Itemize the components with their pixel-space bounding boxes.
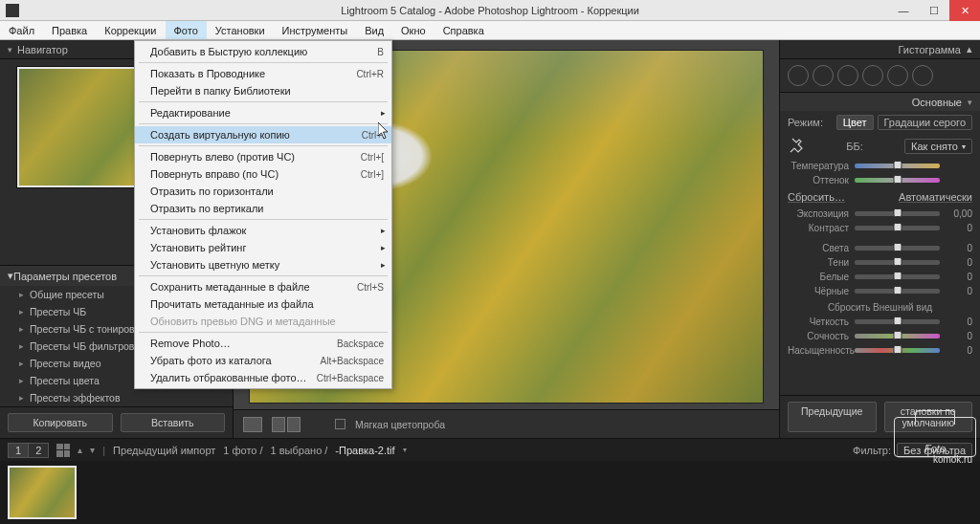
presets-title: Параметры пресетов bbox=[13, 271, 117, 282]
temp-label: Температура bbox=[788, 161, 849, 171]
menu-item[interactable]: Прочитать метаданные из файла bbox=[135, 295, 391, 313]
copy-button[interactable]: Копировать bbox=[8, 413, 113, 432]
window-titlebar: Lightroom 5 Catalog - Adobe Photoshop Li… bbox=[0, 0, 980, 21]
menu-file[interactable]: Файл bbox=[0, 21, 43, 39]
menu-settings[interactable]: Установки bbox=[207, 21, 274, 39]
loupe-view-button[interactable] bbox=[243, 417, 262, 432]
grad-filter-tool[interactable] bbox=[862, 65, 883, 86]
reset-tone-link[interactable]: Сбросить… bbox=[788, 191, 845, 203]
before-after-buttons[interactable] bbox=[272, 417, 301, 432]
filmstrip-thumbnail[interactable] bbox=[8, 466, 77, 519]
basic-title: Основные bbox=[912, 97, 962, 108]
status-bar: 12 ▴ ▾ | Предыдущий импорт 1 фото / 1 вы… bbox=[0, 438, 980, 461]
whites-slider[interactable] bbox=[855, 274, 940, 279]
contrast-slider[interactable] bbox=[855, 226, 940, 230]
wb-dropdown[interactable]: Как снято▾ bbox=[904, 139, 972, 154]
navigator-title: Навигатор bbox=[17, 44, 68, 55]
auto-tone-link[interactable]: Автоматически bbox=[899, 191, 972, 203]
breadcrumb-selected: 1 выбрано / bbox=[271, 445, 328, 456]
maximize-button[interactable]: ☐ bbox=[919, 0, 949, 21]
menu-item[interactable]: Повернуть вправо (по ЧС)Ctrl+] bbox=[135, 165, 391, 183]
blacks-slider[interactable] bbox=[855, 289, 940, 294]
menu-item[interactable]: Удалить отбракованные фото…Ctrl+Backspac… bbox=[135, 369, 391, 386]
exposure-slider[interactable] bbox=[855, 211, 940, 216]
menu-item: Обновить превью DNG и метаданные bbox=[135, 313, 391, 330]
basic-panel-head[interactable]: Основные▾ bbox=[780, 92, 980, 111]
filter-label: Фильтр: bbox=[853, 445, 891, 456]
tint-slider[interactable] bbox=[855, 178, 940, 183]
watermark-logo: Foto bbox=[894, 417, 976, 457]
tool-strip bbox=[780, 59, 980, 92]
menu-view[interactable]: Вид bbox=[356, 21, 392, 39]
shadows-slider[interactable] bbox=[855, 260, 940, 265]
sort-asc-icon[interactable]: ▴ bbox=[78, 445, 82, 455]
clarity-slider[interactable] bbox=[855, 319, 940, 324]
menu-bar: Файл Правка Коррекции Фото Установки Инс… bbox=[0, 21, 980, 40]
vibrance-slider[interactable] bbox=[855, 334, 940, 338]
breadcrumb-count: 1 фото / bbox=[223, 445, 262, 456]
menu-item[interactable]: Установить флажок▸ bbox=[135, 222, 391, 239]
softproof-label: Мягкая цветопроба bbox=[355, 419, 445, 430]
previous-button[interactable]: Предыдущие bbox=[788, 402, 877, 432]
menu-item[interactable]: Повернуть влево (против ЧС)Ctrl+[ bbox=[135, 148, 391, 165]
sort-desc-icon[interactable]: ▾ bbox=[90, 445, 95, 455]
histogram-title: Гистограмма bbox=[898, 44, 961, 55]
paste-button[interactable]: Вставить bbox=[121, 413, 226, 432]
window-title: Lightroom 5 Catalog - Adobe Photoshop Li… bbox=[0, 5, 980, 16]
breadcrumb-source[interactable]: Предыдущий импорт bbox=[113, 445, 215, 456]
brush-tool[interactable] bbox=[912, 65, 933, 86]
mode-label: Режим: bbox=[788, 117, 823, 128]
preset-folder[interactable]: Пресеты эффектов bbox=[0, 389, 233, 406]
menu-item[interactable]: Отразить по вертикали bbox=[135, 200, 391, 217]
close-button[interactable]: ✕ bbox=[949, 0, 980, 21]
menu-photo[interactable]: Фото bbox=[166, 21, 207, 39]
mode-color-tab[interactable]: Цвет bbox=[836, 115, 874, 130]
highlights-slider[interactable] bbox=[855, 246, 940, 251]
menu-develop[interactable]: Коррекции bbox=[96, 21, 165, 39]
temp-slider[interactable] bbox=[855, 164, 940, 168]
menu-item[interactable]: Установить рейтинг▸ bbox=[135, 239, 391, 256]
mode-gray-tab[interactable]: Градации серого bbox=[878, 115, 973, 130]
photo-dropdown: Добавить в Быструю коллекциюBПоказать в … bbox=[134, 40, 392, 389]
menu-item[interactable]: Добавить в Быструю коллекциюB bbox=[135, 43, 391, 60]
minimize-button[interactable]: — bbox=[888, 0, 919, 21]
app-icon bbox=[6, 4, 19, 17]
menu-item[interactable]: Установить цветную метку▸ bbox=[135, 256, 391, 273]
tint-label: Оттенок bbox=[788, 175, 849, 186]
right-panel: Гистограмма▴ Основные▾ Режим: Цвет Града… bbox=[779, 40, 980, 438]
menu-item[interactable]: Перейти в папку Библиотеки bbox=[135, 82, 391, 99]
center-toolbar: Мягкая цветопроба bbox=[234, 409, 779, 438]
spot-tool[interactable] bbox=[813, 65, 834, 86]
watermark-text: komok.ru bbox=[933, 454, 972, 465]
crop-tool[interactable] bbox=[788, 65, 809, 86]
menu-window[interactable]: Окно bbox=[392, 21, 434, 39]
menu-item[interactable]: Убрать фото из каталогаAlt+Backspace bbox=[135, 352, 391, 369]
presence-subtitle: Сбросить Внешний вид bbox=[780, 298, 980, 315]
menu-edit[interactable]: Правка bbox=[43, 21, 96, 39]
menu-item[interactable]: Remove Photo…Backspace bbox=[135, 335, 391, 352]
radial-filter-tool[interactable] bbox=[887, 65, 908, 86]
histogram-panel-head[interactable]: Гистограмма▴ bbox=[780, 40, 980, 59]
menu-item[interactable]: Сохранить метаданные в файлеCtrl+S bbox=[135, 278, 391, 295]
redeye-tool[interactable] bbox=[837, 65, 858, 86]
wb-label: ББ: bbox=[846, 141, 863, 152]
secondary-display-toggle[interactable]: 12 bbox=[8, 443, 49, 458]
menu-help[interactable]: Справка bbox=[434, 21, 493, 39]
filmstrip bbox=[0, 461, 980, 524]
menu-item[interactable]: Показать в ПроводникеCtrl+R bbox=[135, 65, 391, 82]
eyedropper-icon[interactable] bbox=[788, 138, 805, 155]
softproof-checkbox[interactable] bbox=[335, 419, 345, 429]
menu-item[interactable]: Отразить по горизонтали bbox=[135, 183, 391, 200]
menu-tools[interactable]: Инструменты bbox=[274, 21, 357, 39]
menu-item[interactable]: Создать виртуальную копиюCtrl+' bbox=[135, 126, 391, 143]
breadcrumb-filename: -Правка-2.tif bbox=[335, 445, 394, 456]
menu-item[interactable]: Редактирование▸ bbox=[135, 104, 391, 121]
saturation-slider[interactable] bbox=[855, 348, 940, 353]
grid-view-icon[interactable] bbox=[56, 444, 70, 457]
